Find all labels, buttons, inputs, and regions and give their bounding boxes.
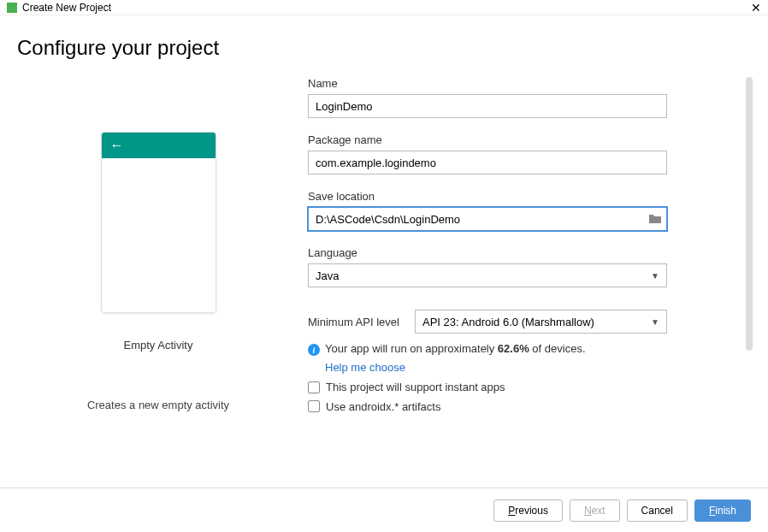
finish-button[interactable]: Finish [694, 499, 751, 522]
titlebar: Create New Project ✕ [0, 0, 768, 15]
preview-panel: ← Empty Activity Creates a new empty act… [17, 77, 299, 479]
window-title: Create New Project [22, 2, 111, 14]
preview-appbar: ← [102, 133, 216, 158]
activity-name: Empty Activity [124, 339, 193, 352]
package-label: Package name [308, 133, 742, 146]
previous-button[interactable]: Previous [493, 499, 563, 522]
location-label: Save location [308, 190, 742, 203]
language-label: Language [308, 246, 742, 259]
chevron-down-icon: ▼ [651, 271, 659, 281]
api-label: Minimum API level [308, 316, 415, 328]
location-input[interactable] [308, 207, 667, 231]
info-icon: i [308, 344, 320, 356]
close-icon[interactable]: ✕ [751, 1, 761, 15]
package-input[interactable] [308, 151, 667, 174]
api-select[interactable]: API 23: Android 6.0 (Marshmallow) ▼ [415, 310, 667, 334]
help-me-choose-link[interactable]: Help me choose [325, 361, 742, 374]
form-panel: Name Package name Save location Language… [299, 77, 751, 479]
api-value: API 23: Android 6.0 (Marshmallow) [422, 316, 594, 328]
instant-apps-label: This project will support instant apps [326, 381, 505, 393]
cancel-button[interactable]: Cancel [627, 499, 688, 522]
dialog-footer: Previous Next Cancel Finish [0, 488, 768, 532]
androidx-label: Use androidx.* artifacts [326, 400, 440, 412]
compatibility-info: Your app will run on approximately 62.6%… [325, 342, 586, 355]
language-select[interactable]: Java ▼ [308, 263, 667, 287]
chevron-down-icon: ▼ [651, 317, 659, 327]
name-input[interactable] [308, 94, 667, 118]
activity-preview: ← [101, 132, 216, 313]
browse-folder-icon[interactable] [648, 212, 662, 226]
name-label: Name [308, 77, 742, 90]
androidx-checkbox[interactable] [308, 400, 320, 412]
language-value: Java [316, 269, 339, 282]
scrollbar[interactable] [746, 77, 753, 351]
next-button[interactable]: Next [570, 499, 620, 522]
activity-description: Creates a new empty activity [87, 399, 229, 411]
page-title: Configure your project [0, 15, 768, 77]
preview-body [102, 158, 216, 312]
instant-apps-checkbox[interactable] [308, 381, 320, 393]
app-icon [7, 3, 17, 13]
back-arrow-icon: ← [110, 138, 124, 153]
